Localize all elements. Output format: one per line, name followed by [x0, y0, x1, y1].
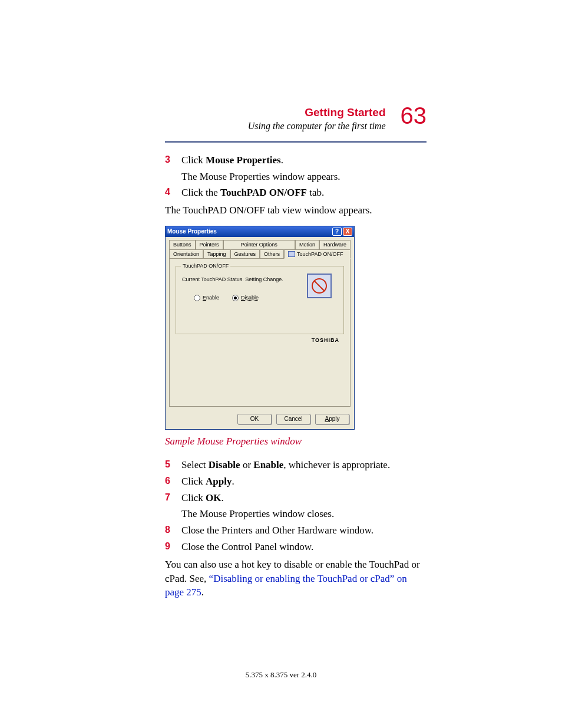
touchpad-fieldset: TouchPAD ON/OFF Current TouchPAD Status.… [176, 266, 344, 334]
tab-motion[interactable]: Motion [295, 240, 319, 249]
tab-pointers[interactable]: Pointers [196, 240, 223, 249]
help-icon[interactable]: ? [332, 228, 342, 236]
step-9: 9 Close the Control Panel window. [165, 540, 427, 554]
close-icon[interactable]: X [343, 228, 352, 236]
fieldset-legend: TouchPAD ON/OFF [181, 262, 230, 270]
step-body: Close the Control Panel window. [181, 540, 427, 554]
tab-panel: TouchPAD ON/OFF Current TouchPAD Status.… [169, 258, 351, 407]
step-7-result: The Mouse Properties window closes. [181, 507, 427, 521]
radio-enable[interactable]: Enable [194, 294, 219, 302]
tab-row-2: Orientation Tapping Gestures Others Touc… [169, 249, 351, 259]
ok-button[interactable]: OK [237, 414, 272, 424]
radio-icon [194, 295, 200, 301]
tab-touchpad-onoff[interactable]: TouchPAD ON/OFF [284, 249, 351, 259]
step-5: 5 Select Disable or Enable, whichever is… [165, 458, 427, 472]
touchpad-icon [288, 251, 295, 257]
step-number: 9 [165, 540, 181, 554]
tab-gestures[interactable]: Gestures [230, 249, 260, 259]
step-number: 4 [165, 186, 181, 200]
cancel-button[interactable]: Cancel [276, 414, 310, 424]
apply-button[interactable]: Apply [315, 414, 349, 424]
step-number: 6 [165, 475, 181, 489]
step-number: 8 [165, 523, 181, 538]
step-body: Click Apply. [181, 475, 427, 489]
radio-disable[interactable]: Disable [232, 294, 259, 302]
header-rule [165, 141, 427, 143]
tab-row-1: Buttons Pointers Pointer Options Motion … [169, 239, 351, 249]
radio-icon [232, 295, 239, 301]
section-title: Getting Started [248, 106, 386, 120]
tab-buttons[interactable]: Buttons [169, 240, 196, 249]
tab-tapping[interactable]: Tapping [203, 249, 230, 259]
step-3: 3 Click Mouse Properties. [165, 153, 427, 167]
step-7: 7 Click OK. [165, 491, 427, 505]
dialog-title: Mouse Properties [167, 228, 217, 236]
step-4-result: The TouchPAD ON/OFF tab view window appe… [165, 203, 427, 218]
tab-orientation[interactable]: Orientation [169, 249, 203, 259]
figure-caption: Sample Mouse Properties window [165, 434, 427, 449]
step-number: 3 [165, 153, 181, 167]
mouse-properties-dialog: Mouse Properties ? X Buttons Pointers Po… [165, 226, 355, 430]
step-body: Close the Printers and Other Hardware wi… [181, 523, 427, 538]
content-area: 3 Click Mouse Properties. The Mouse Prop… [165, 153, 427, 599]
page-number: 63 [401, 104, 427, 127]
step-body: Click the TouchPAD ON/OFF tab. [181, 186, 427, 200]
step-number: 5 [165, 458, 181, 472]
step-body: Select Disable or Enable, whichever is a… [181, 458, 427, 472]
subtitle: Using the computer for the first time [248, 121, 386, 131]
footer-version: 5.375 x 8.375 ver 2.4.0 [135, 670, 427, 680]
step-body: Click OK. [181, 491, 427, 505]
page-header: Getting Started Using the computer for t… [165, 106, 427, 143]
step-8: 8 Close the Printers and Other Hardware … [165, 523, 427, 538]
dialog-button-row: OK Cancel Apply [166, 410, 354, 429]
step-number: 7 [165, 491, 181, 505]
tab-hardware[interactable]: Hardware [319, 240, 351, 249]
touchpad-disabled-icon [307, 274, 332, 298]
dialog-titlebar: Mouse Properties ? X [166, 226, 354, 237]
tab-others[interactable]: Others [260, 249, 284, 259]
step-body: Click Mouse Properties. [181, 153, 427, 167]
step-4: 4 Click the TouchPAD ON/OFF tab. [165, 186, 427, 200]
tab-pointer-options[interactable]: Pointer Options [223, 240, 295, 249]
toshiba-logo: TOSHIBA [312, 337, 339, 344]
step-6: 6 Click Apply. [165, 475, 427, 489]
step-3-result: The Mouse Properties window appears. [181, 170, 427, 184]
closing-paragraph: You can also use a hot key to disable or… [165, 558, 427, 599]
